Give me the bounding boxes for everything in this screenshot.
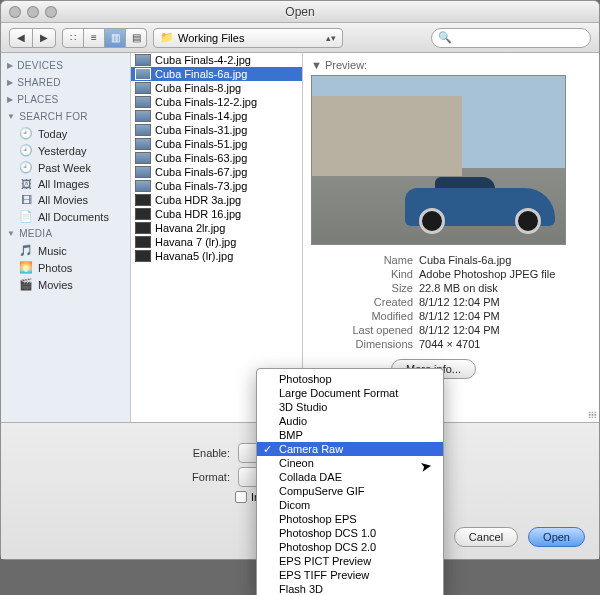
file-name: Cuba Finals-14.jpg xyxy=(155,110,247,122)
format-menu-item[interactable]: Dicom xyxy=(257,498,443,512)
format-menu-item-label: 3D Studio xyxy=(279,401,327,413)
sidebar-section-search-for[interactable]: ▼SEARCH FOR xyxy=(1,108,130,125)
format-menu-item-label: EPS PICT Preview xyxy=(279,555,371,567)
sidebar-item-movies[interactable]: 🎬Movies xyxy=(1,276,130,293)
sidebar-item-label: Music xyxy=(38,245,67,257)
format-menu-item[interactable]: ✓Camera Raw xyxy=(257,442,443,456)
format-menu-item[interactable]: Photoshop DCS 2.0 xyxy=(257,540,443,554)
sidebar-item-all-documents[interactable]: 📄All Documents xyxy=(1,208,130,225)
sidebar-item-all-images[interactable]: 🖼All Images xyxy=(1,176,130,192)
image-sequence-checkbox[interactable] xyxy=(235,491,247,503)
file-type-icon xyxy=(135,152,151,164)
meta-key: Created xyxy=(341,296,413,308)
format-menu-item[interactable]: 3D Studio xyxy=(257,400,443,414)
list-view-button[interactable]: ≡ xyxy=(83,28,105,48)
titlebar: Open xyxy=(1,1,599,23)
file-row[interactable]: Havana5 (lr).jpg xyxy=(131,249,302,263)
sidebar-item-yesterday[interactable]: 🕘Yesterday xyxy=(1,142,130,159)
format-menu-item-label: Collada DAE xyxy=(279,471,342,483)
sidebar-section-devices[interactable]: ▶DEVICES xyxy=(1,57,130,74)
sidebar-item-all-movies[interactable]: 🎞All Movies xyxy=(1,192,130,208)
file-type-icon xyxy=(135,194,151,206)
path-label: Working Files xyxy=(178,32,244,44)
file-name: Cuba Finals-8.jpg xyxy=(155,82,241,94)
documents-icon: 📄 xyxy=(19,210,33,223)
file-row[interactable]: Havana 7 (lr).jpg xyxy=(131,235,302,249)
meta-key: Last opened xyxy=(341,324,413,336)
sidebar-item-label: Past Week xyxy=(38,162,91,174)
forward-button[interactable]: ▶ xyxy=(32,28,56,48)
sidebar-section-shared[interactable]: ▶SHARED xyxy=(1,74,130,91)
path-selector[interactable]: 📁 Working Files ▴▾ xyxy=(153,28,343,48)
sidebar-item-label: All Movies xyxy=(38,194,88,206)
coverflow-view-button[interactable]: ▤ xyxy=(125,28,147,48)
file-row[interactable]: Havana 2lr.jpg xyxy=(131,221,302,235)
format-menu-item-label: Dicom xyxy=(279,499,310,511)
sidebar: ▶DEVICES▶SHARED▶PLACES▼SEARCH FOR🕘Today🕘… xyxy=(1,53,131,422)
sidebar-item-label: All Images xyxy=(38,178,89,190)
meta-key: Dimensions xyxy=(341,338,413,350)
cancel-button[interactable]: Cancel xyxy=(454,527,518,547)
format-menu-item[interactable]: BMP xyxy=(257,428,443,442)
meta-value: Adobe Photoshop JPEG file xyxy=(419,268,555,280)
file-type-icon xyxy=(135,124,151,136)
close-window-button[interactable] xyxy=(9,6,21,18)
file-row[interactable]: Cuba HDR 3a.jpg xyxy=(131,193,302,207)
format-menu-item[interactable]: Audio xyxy=(257,414,443,428)
file-type-icon xyxy=(135,250,151,262)
sidebar-item-label: Movies xyxy=(38,279,73,291)
file-row[interactable]: Cuba Finals-63.jpg xyxy=(131,151,302,165)
preview-header: ▼ Preview: xyxy=(311,59,591,75)
search-field[interactable]: 🔍 xyxy=(431,28,591,48)
file-row[interactable]: Cuba Finals-12-2.jpg xyxy=(131,95,302,109)
sidebar-section-media[interactable]: ▼MEDIA xyxy=(1,225,130,242)
sidebar-item-music[interactable]: 🎵Music xyxy=(1,242,130,259)
nav-segment: ◀ ▶ xyxy=(9,28,56,48)
file-type-icon xyxy=(135,110,151,122)
file-row[interactable]: Cuba Finals-31.jpg xyxy=(131,123,302,137)
preview-pane: ▼ Preview: NameCuba Finals-6a.jpgKindAdo… xyxy=(303,53,599,422)
file-type-icon xyxy=(135,208,151,220)
zoom-window-button[interactable] xyxy=(45,6,57,18)
file-name: Cuba Finals-6a.jpg xyxy=(155,68,247,80)
sidebar-section-places[interactable]: ▶PLACES xyxy=(1,91,130,108)
sidebar-item-today[interactable]: 🕘Today xyxy=(1,125,130,142)
icon-view-button[interactable]: ∷ xyxy=(62,28,84,48)
open-button[interactable]: Open xyxy=(528,527,585,547)
format-menu-item-label: Audio xyxy=(279,415,307,427)
format-menu-item[interactable]: Cineon xyxy=(257,456,443,470)
format-menu-item-label: Large Document Format xyxy=(279,387,398,399)
format-menu-item[interactable]: EPS PICT Preview xyxy=(257,554,443,568)
meta-row: Modified8/1/12 12:04 PM xyxy=(341,309,591,323)
format-menu-item-label: BMP xyxy=(279,429,303,441)
file-row[interactable]: Cuba Finals-67.jpg xyxy=(131,165,302,179)
file-row[interactable]: Cuba Finals-73.jpg xyxy=(131,179,302,193)
sidebar-item-past-week[interactable]: 🕘Past Week xyxy=(1,159,130,176)
file-row[interactable]: Cuba Finals-14.jpg xyxy=(131,109,302,123)
file-row[interactable]: Cuba Finals-4-2.jpg xyxy=(131,53,302,67)
file-row[interactable]: Cuba Finals-8.jpg xyxy=(131,81,302,95)
file-row[interactable]: Cuba HDR 16.jpg xyxy=(131,207,302,221)
format-menu-item-label: Flash 3D xyxy=(279,583,323,595)
format-menu-item[interactable]: Photoshop EPS xyxy=(257,512,443,526)
format-menu-item[interactable]: Photoshop DCS 1.0 xyxy=(257,526,443,540)
minimize-window-button[interactable] xyxy=(27,6,39,18)
format-menu-item[interactable]: Collada DAE xyxy=(257,470,443,484)
format-menu-item[interactable]: Photoshop xyxy=(257,372,443,386)
sidebar-item-label: Today xyxy=(38,128,67,140)
format-menu-item[interactable]: Flash 3D xyxy=(257,582,443,595)
format-menu-item-label: Cineon xyxy=(279,457,314,469)
column-view-button[interactable]: ▥ xyxy=(104,28,126,48)
file-type-icon xyxy=(135,236,151,248)
format-menu-item-label: Photoshop xyxy=(279,373,332,385)
sidebar-item-label: Photos xyxy=(38,262,72,274)
file-row[interactable]: Cuba Finals-6a.jpg xyxy=(131,67,302,81)
format-menu-item[interactable]: Large Document Format xyxy=(257,386,443,400)
file-row[interactable]: Cuba Finals-51.jpg xyxy=(131,137,302,151)
sidebar-item-photos[interactable]: 🌅Photos xyxy=(1,259,130,276)
format-menu-item[interactable]: EPS TIFF Preview xyxy=(257,568,443,582)
column-resize-handle[interactable]: 𝍖 xyxy=(588,409,597,420)
format-menu-item[interactable]: CompuServe GIF xyxy=(257,484,443,498)
cursor-icon: ➤ xyxy=(419,457,434,475)
back-button[interactable]: ◀ xyxy=(9,28,33,48)
